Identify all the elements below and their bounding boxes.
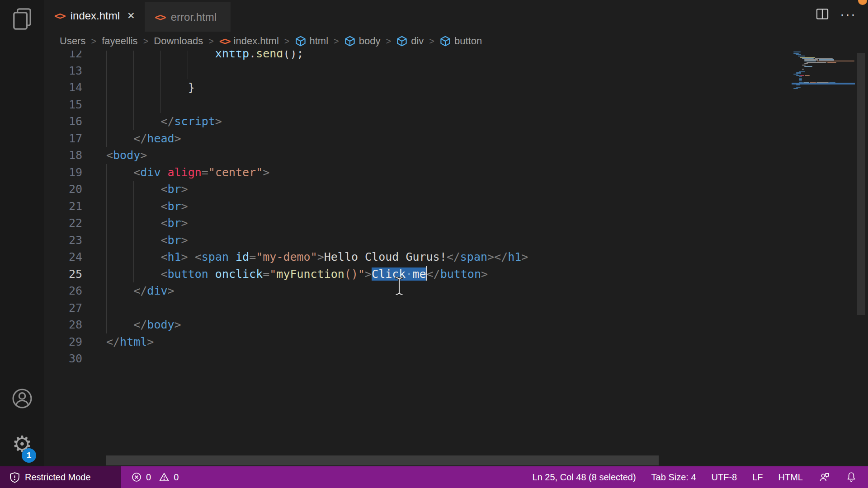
horizontal-scrollbar[interactable] (106, 455, 659, 465)
line-number[interactable]: 14 (44, 79, 82, 96)
line-number[interactable]: 18 (44, 147, 82, 164)
status-encoding[interactable]: UTF-8 (712, 472, 737, 483)
breadcrumb-item-html[interactable]: html (295, 35, 329, 47)
line-number[interactable]: 27 (44, 300, 82, 317)
vscode-window: ⚙ 1 <>index.html✕<>error.html ··· Users>… (0, 0, 868, 488)
line-number[interactable]: 28 (44, 316, 82, 333)
line-number[interactable]: 25 (44, 266, 82, 283)
line-number[interactable]: 26 (44, 282, 82, 300)
symbol-cube-icon (295, 36, 306, 47)
restricted-mode-button[interactable]: Restricted Mode (0, 466, 121, 488)
code-line-24: 24 <h1> <span id="my-demo">Hello Cloud G… (44, 249, 868, 266)
breadcrumb-item-div[interactable]: div (396, 35, 424, 47)
mouse-ibeam-cursor (392, 277, 406, 296)
close-tab-icon[interactable]: ✕ (127, 10, 135, 21)
code-line-27: 27 (44, 300, 868, 317)
split-editor-icon[interactable] (815, 6, 830, 22)
notifications-bell-icon[interactable] (845, 471, 857, 483)
line-number[interactable]: 19 (44, 164, 82, 181)
more-actions-icon[interactable]: ··· (840, 7, 856, 21)
indent-guide (106, 130, 107, 147)
line-number[interactable]: 21 (44, 198, 82, 215)
line-number[interactable]: 13 (44, 62, 82, 80)
line-content: </script> (106, 113, 868, 130)
errors-count: 0 (146, 472, 151, 483)
breadcrumb-item-Users[interactable]: Users (60, 35, 85, 47)
indent-guide (133, 181, 134, 198)
line-number[interactable]: 20 (44, 181, 82, 198)
status-tab-size[interactable]: Tab Size: 4 (651, 472, 696, 483)
code-line-23: 23 <br> (44, 232, 868, 249)
breadcrumb-label: Users (60, 35, 85, 47)
line-number[interactable]: 22 (44, 215, 82, 232)
code-line-22: 22 <br> (44, 215, 868, 232)
status-right: Ln 25, Col 48 (8 selected)Tab Size: 4UTF… (533, 471, 868, 483)
indent-guide (160, 51, 161, 62)
line-content: xhttp.send(); (106, 51, 868, 62)
tab-label: index.html (71, 9, 120, 22)
shield-icon (9, 472, 20, 483)
indent-guide (106, 79, 107, 96)
code-line-28: 28 </body> (44, 316, 868, 333)
line-number[interactable]: 17 (44, 130, 82, 147)
line-content: } (106, 79, 868, 96)
indent-guide (106, 181, 107, 198)
errors-icon (131, 472, 142, 483)
line-number[interactable]: 16 (44, 113, 82, 130)
warnings-count: 0 (174, 472, 179, 483)
indent-guide (106, 198, 107, 215)
line-number[interactable]: 30 (44, 350, 82, 367)
line-content: <button onclick="myFunction()">Click·me<… (106, 266, 868, 283)
account-icon[interactable] (0, 388, 44, 409)
line-content: <br> (106, 181, 868, 198)
feedback-icon[interactable] (818, 471, 830, 483)
indent-guide (106, 249, 107, 266)
line-content: </div> (106, 282, 868, 300)
code-editor[interactable]: 12 xhttp.send();1314 }1516 </script>17 <… (44, 51, 868, 466)
minimap-selection-band (792, 83, 855, 84)
breadcrumb-separator: > (334, 36, 339, 47)
tab-index.html[interactable]: <>index.html✕ (44, 0, 145, 32)
status-language-mode[interactable]: HTML (778, 472, 803, 483)
vertical-scrollbar[interactable] (857, 53, 865, 315)
line-number[interactable]: 29 (44, 333, 82, 351)
explorer-icon[interactable] (0, 7, 44, 31)
line-content (106, 62, 868, 80)
indent-guide (106, 51, 107, 62)
indent-guide (106, 282, 107, 300)
editor-group: <>index.html✕<>error.html ··· Users>faye… (44, 0, 868, 466)
indent-guide (133, 51, 134, 62)
indent-guide (160, 96, 161, 113)
status-eol[interactable]: LF (752, 472, 763, 483)
problems-button[interactable]: 0 0 (131, 472, 179, 483)
line-number[interactable]: 23 (44, 232, 82, 249)
code-line-25: 25 <button onclick="myFunction()">Click·… (44, 266, 868, 283)
breadcrumb-item-index.html[interactable]: <>index.html (219, 35, 279, 47)
tab-error.html[interactable]: <>error.html (145, 2, 231, 32)
breadcrumb-item-button[interactable]: button (440, 35, 482, 47)
breadcrumb-item-fayeellis[interactable]: fayeellis (102, 35, 137, 47)
indent-guide (133, 79, 134, 96)
indent-guide (133, 198, 134, 215)
minimap[interactable] (793, 51, 857, 466)
breadcrumb-item-Downloads[interactable]: Downloads (154, 35, 203, 47)
breadcrumb-label: fayeellis (102, 35, 137, 47)
status-cursor-position[interactable]: Ln 25, Col 48 (8 selected) (533, 472, 636, 483)
breadcrumb-separator: > (386, 36, 391, 47)
indent-guide (188, 62, 188, 80)
breadcrumb-separator: > (284, 36, 290, 47)
symbol-cube-icon (396, 36, 407, 47)
line-number[interactable]: 24 (44, 249, 82, 266)
line-content (106, 350, 868, 367)
line-number[interactable]: 12 (44, 51, 82, 62)
breadcrumb-item-body[interactable]: body (344, 35, 381, 47)
line-content: <div align="center"> (106, 164, 868, 181)
line-number[interactable]: 15 (44, 96, 82, 113)
code-line-21: 21 <br> (44, 198, 868, 215)
line-content (106, 96, 868, 113)
line-content: <br> (106, 198, 868, 215)
indent-guide (160, 62, 161, 80)
indent-guide (133, 232, 134, 249)
line-content: </html> (106, 333, 868, 351)
status-left: Restricted Mode 0 0 (0, 466, 179, 488)
